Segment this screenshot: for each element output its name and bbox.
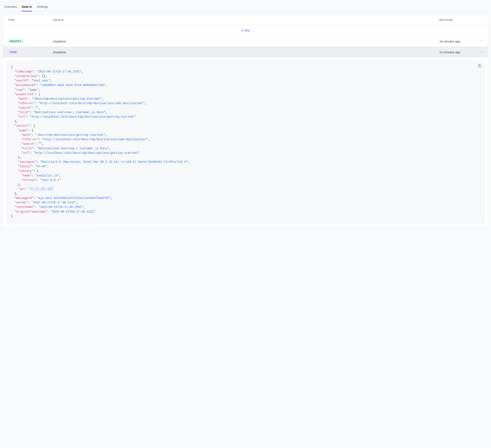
chevron-down-icon [478,40,483,42]
col-header-type: TYPE [8,19,53,21]
user-id-cell: chadstest [53,40,439,43]
tab-data-in[interactable]: Data in [22,3,32,11]
payload-panel: { "timestamp": "2023-08-21T18:17:40.153Z… [6,61,485,224]
received-cell: 14 minutes ago [439,50,478,54]
copy-icon[interactable] [478,64,482,68]
user-id-cell: chadstest [53,50,439,54]
tab-settings[interactable]: Settings [37,3,48,11]
event-type-badge: IDENTIFY [8,39,23,43]
table-row[interactable]: PAGE chadstest 14 minutes ago [3,47,488,57]
event-type-badge: PAGE [8,50,19,54]
payload-json: { "timestamp": "2023-08-21T18:17:40.153Z… [11,65,480,218]
events-panel: TYPE USER ID RECEIVED 5 new IDENTIFY cha… [3,15,488,227]
table-header: TYPE USER ID RECEIVED [3,15,488,25]
col-header-user: USER ID [53,19,439,21]
new-events-banner[interactable]: 5 new [3,25,488,36]
tabs: Overview Data in Settings [3,3,488,11]
table-row[interactable]: IDENTIFY chadstest 14 minutes ago [3,36,488,47]
tab-overview[interactable]: Overview [4,3,17,11]
chevron-up-icon [478,50,483,53]
svg-rect-0 [479,65,481,67]
received-cell: 14 minutes ago [439,40,478,43]
col-header-received: RECEIVED [439,19,478,21]
